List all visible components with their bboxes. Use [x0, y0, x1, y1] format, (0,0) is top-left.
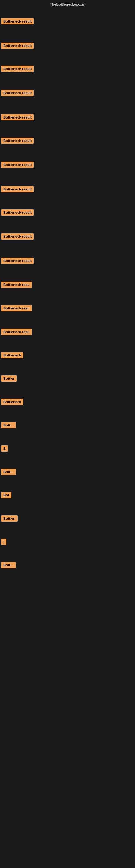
bottleneck-badge-21[interactable]: Bot [1, 492, 11, 498]
bottleneck-badge-3[interactable]: Bottleneck result [1, 66, 34, 72]
results-container: Bottleneck resultBottleneck resultBottle… [0, 8, 135, 604]
bottleneck-badge-19[interactable]: B [1, 445, 8, 452]
result-row-15: Bottleneck [0, 351, 24, 359]
bottleneck-badge-8[interactable]: Bottleneck result [1, 186, 34, 192]
bottleneck-badge-13[interactable]: Bottleneck resu [1, 305, 32, 311]
result-row-17: Bottleneck [0, 398, 24, 405]
bottleneck-badge-4[interactable]: Bottleneck result [1, 90, 34, 96]
bottleneck-badge-2[interactable]: Bottleneck result [1, 42, 34, 49]
result-row-1: Bottleneck result [0, 18, 35, 25]
page-wrapper: TheBottlenecker.com Bottleneck resultBot… [0, 0, 135, 868]
bottleneck-badge-22[interactable]: Bottlen [1, 516, 17, 522]
bottleneck-badge-17[interactable]: Bottleneck [1, 399, 23, 405]
result-row-4: Bottleneck result [0, 89, 35, 97]
result-row-19: B [0, 445, 9, 452]
result-row-8: Bottleneck result [0, 186, 35, 193]
result-row-14: Bottleneck resu [0, 328, 33, 336]
bottleneck-badge-20[interactable]: Bott… [1, 469, 16, 475]
result-row-9: Bottleneck result [0, 209, 35, 216]
bottleneck-badge-15[interactable]: Bottleneck [1, 352, 23, 358]
result-row-20: Bott… [0, 468, 17, 475]
bottleneck-badge-1[interactable]: Bottleneck result [1, 18, 34, 24]
result-row-24: Bott… [0, 561, 17, 569]
bottleneck-badge-7[interactable]: Bottleneck result [1, 162, 34, 168]
result-row-6: Bottleneck result [0, 137, 35, 144]
result-row-18: Bott… [0, 422, 17, 429]
result-row-7: Bottleneck result [0, 161, 35, 168]
site-title: TheBottlenecker.com [0, 0, 135, 8]
result-row-3: Bottleneck result [0, 65, 35, 72]
result-row-2: Bottleneck result [0, 42, 35, 50]
result-row-10: Bottleneck result [0, 233, 35, 240]
bottleneck-badge-14[interactable]: Bottleneck resu [1, 329, 32, 335]
bottleneck-badge-16[interactable]: Bottler [1, 375, 17, 382]
result-row-12: Bottleneck resu [0, 281, 33, 288]
bottleneck-badge-10[interactable]: Bottleneck result [1, 233, 34, 240]
bottleneck-badge-11[interactable]: Bottleneck result [1, 258, 34, 264]
bottleneck-badge-5[interactable]: Bottleneck result [1, 114, 34, 120]
bottleneck-badge-6[interactable]: Bottleneck result [1, 137, 34, 144]
bottleneck-badge-23[interactable]: | [1, 539, 6, 545]
bottleneck-badge-12[interactable]: Bottleneck resu [1, 282, 32, 288]
result-row-21: Bot [0, 492, 12, 499]
result-row-16: Bottler [0, 375, 18, 382]
result-row-11: Bottleneck result [0, 257, 35, 265]
result-row-5: Bottleneck result [0, 114, 35, 121]
bottleneck-badge-9[interactable]: Bottleneck result [1, 209, 34, 216]
bottleneck-badge-18[interactable]: Bott… [1, 422, 16, 428]
result-row-23: | [0, 538, 8, 546]
result-row-13: Bottleneck resu [0, 305, 33, 312]
result-row-22: Bottlen [0, 515, 18, 522]
bottleneck-badge-24[interactable]: Bott… [1, 562, 16, 568]
